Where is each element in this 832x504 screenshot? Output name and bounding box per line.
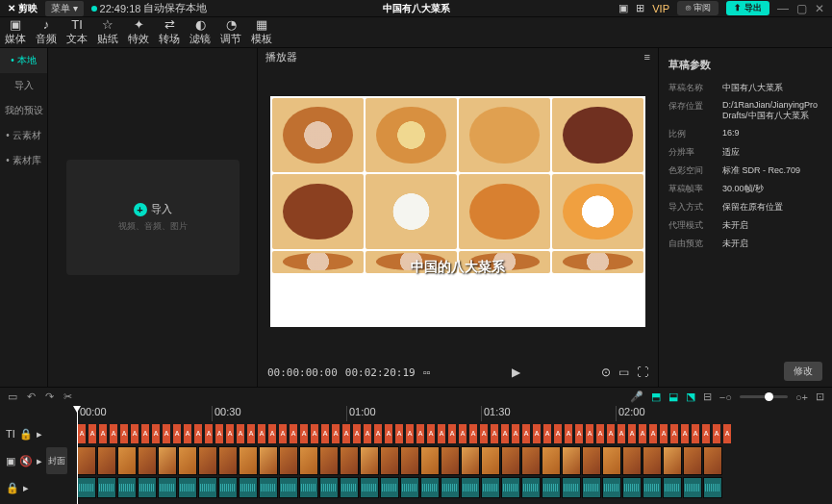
text-clip[interactable]: A [246, 423, 256, 444]
video-clip[interactable] [138, 446, 157, 475]
video-clip[interactable] [441, 446, 460, 475]
export-button[interactable]: ⬆ 导出 [726, 1, 769, 15]
text-clip[interactable]: A [500, 423, 510, 444]
video-track[interactable]: ▣🔇▸封面 [0, 446, 832, 475]
video-clip[interactable] [340, 446, 359, 475]
video-clip[interactable] [481, 446, 500, 475]
video-clip[interactable] [461, 446, 480, 475]
mic-icon[interactable]: 🎤 [630, 391, 643, 403]
audio-clip[interactable] [622, 477, 642, 498]
text-clip[interactable]: A [426, 423, 436, 444]
audio-clip[interactable] [117, 477, 137, 498]
edit-props-button[interactable]: 修改 [784, 362, 822, 381]
text-clip[interactable]: A [352, 423, 362, 444]
cover-button[interactable]: 封面 [46, 447, 67, 474]
text-clip[interactable]: A [278, 423, 288, 444]
playhead[interactable] [77, 406, 78, 504]
text-clip[interactable]: A [363, 423, 372, 444]
tool-template[interactable]: ▦模板 [246, 17, 277, 47]
maximize-icon[interactable]: ▢ [796, 2, 807, 15]
text-clip[interactable]: A [659, 423, 668, 444]
audio-clip[interactable] [178, 477, 197, 498]
text-clip[interactable]: A [458, 423, 467, 444]
video-clip[interactable] [663, 446, 682, 475]
audio-clip[interactable] [683, 477, 702, 498]
text-clip[interactable]: A [416, 423, 425, 444]
text-clip[interactable]: A [204, 423, 214, 444]
audio-clip[interactable] [501, 477, 520, 498]
play-button[interactable]: ▶ [439, 365, 593, 379]
audio-track-icon[interactable]: 🔒 [6, 482, 19, 494]
timeline-ruler[interactable]: 00:00 00:30 01:00 01:30 02:00 [0, 406, 832, 421]
video-clip[interactable] [178, 446, 197, 475]
text-clip[interactable]: A [267, 423, 277, 444]
text-clip[interactable]: A [542, 423, 552, 444]
scale-icon[interactable]: ⊙ [601, 365, 611, 379]
text-clip[interactable]: A [77, 423, 87, 444]
video-clip[interactable] [400, 446, 419, 475]
audio-clip[interactable] [521, 477, 541, 498]
sidebar-item-presets[interactable]: 我的预设 [0, 98, 47, 123]
text-clip[interactable]: A [564, 423, 573, 444]
video-clip[interactable] [542, 446, 561, 475]
text-clip[interactable]: A [151, 423, 161, 444]
text-clip[interactable]: A [617, 423, 626, 444]
undo-icon[interactable]: ↶ [27, 391, 36, 403]
video-track-icon[interactable]: ▣ [6, 455, 15, 467]
text-clip[interactable]: A [680, 423, 690, 444]
video-clip[interactable] [521, 446, 541, 475]
audio-clip[interactable] [562, 477, 581, 498]
tool-media[interactable]: ▣媒体 [0, 17, 31, 47]
text-clip[interactable]: A [214, 423, 224, 444]
snap-icon[interactable]: ⬔ [686, 391, 695, 403]
audio-clip[interactable] [340, 477, 359, 498]
video-clip[interactable] [602, 446, 621, 475]
vip-badge[interactable]: VIP [652, 3, 669, 14]
zoom-in-icon[interactable]: ○+ [795, 391, 808, 403]
audio-clip[interactable] [97, 477, 116, 498]
zoom-slider[interactable] [740, 395, 788, 398]
text-clip[interactable]: A [193, 423, 203, 444]
minimize-icon[interactable]: — [777, 2, 789, 15]
audio-track[interactable]: 🔒▸ [0, 477, 832, 498]
text-clip[interactable]: A [257, 423, 266, 444]
text-clip[interactable]: A [669, 423, 679, 444]
video-clip[interactable] [279, 446, 298, 475]
video-clip[interactable] [501, 446, 520, 475]
text-clip[interactable]: A [521, 423, 531, 444]
text-clip[interactable]: A [712, 423, 721, 444]
audio-clip[interactable] [279, 477, 298, 498]
text-clip[interactable]: A [648, 423, 658, 444]
text-clip[interactable]: A [236, 423, 245, 444]
video-clip[interactable] [703, 446, 722, 475]
tool-effects[interactable]: ✦特效 [123, 17, 154, 47]
audio-clip[interactable] [643, 477, 662, 498]
text-clip[interactable]: A [373, 423, 383, 444]
video-clip[interactable] [622, 446, 642, 475]
audio-clip[interactable] [400, 477, 419, 498]
redo-icon[interactable]: ↷ [45, 391, 54, 403]
lock-icon[interactable]: 🔒 [19, 428, 33, 441]
link-icon[interactable]: ⬓ [668, 391, 678, 403]
text-clip[interactable]: A [437, 423, 446, 444]
split-icon[interactable]: ✂ [63, 391, 72, 403]
collapse-icon[interactable]: ▸ [37, 428, 42, 441]
audio-clip[interactable] [380, 477, 399, 498]
video-clip[interactable] [420, 446, 440, 475]
text-clip[interactable]: A [98, 423, 108, 444]
collapse-icon[interactable]: ▸ [23, 482, 29, 494]
tool-text[interactable]: TI文本 [62, 17, 92, 47]
text-track-icon[interactable]: TI [6, 428, 15, 440]
magnet-icon[interactable]: ⬒ [651, 391, 661, 403]
review-button[interactable]: ⊙ 审阅 [677, 1, 719, 15]
audio-clip[interactable] [158, 477, 177, 498]
video-clip[interactable] [239, 446, 258, 475]
video-clip[interactable] [97, 446, 116, 475]
text-clip[interactable]: A [627, 423, 637, 444]
text-clip[interactable]: A [320, 423, 330, 444]
align-icon[interactable]: ⊟ [703, 391, 712, 403]
audio-clip[interactable] [542, 477, 561, 498]
preview-canvas[interactable]: 中国的八大菜系 [258, 65, 658, 358]
text-clip[interactable]: A [479, 423, 489, 444]
audio-clip[interactable] [582, 477, 601, 498]
